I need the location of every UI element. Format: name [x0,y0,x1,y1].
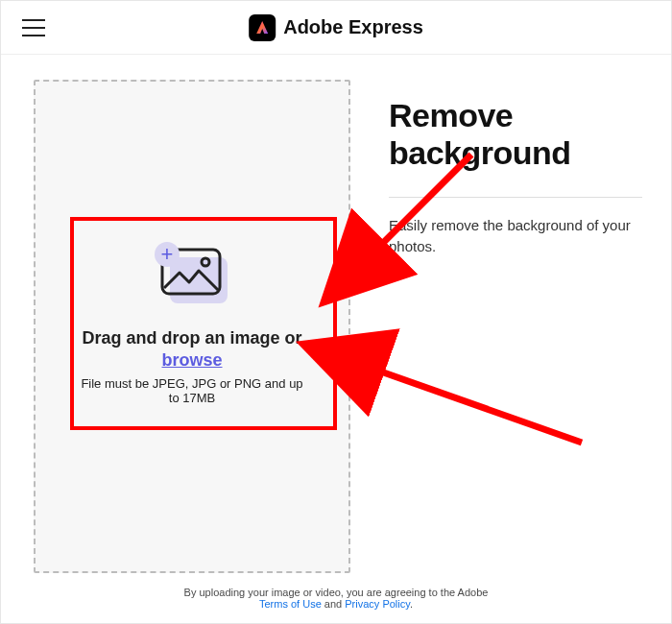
adobe-express-logo-icon [249,14,276,41]
info-panel: Remove background Easily remove the back… [389,80,642,573]
app-window: Adobe Express + Drag and drop an image o… [0,0,672,624]
plus-icon: + [155,242,180,267]
disclaimer-text: By uploading your image or video, you ar… [184,587,489,598]
hamburger-icon [22,19,45,21]
image-upload-icon: + [156,248,228,301]
page-title: Remove background [389,97,642,172]
brand: Adobe Express [249,14,423,41]
divider [389,197,642,198]
dropzone-title: Drag and drop an image or [82,328,301,348]
app-header: Adobe Express [1,1,671,55]
browse-link[interactable]: browse [161,350,222,371]
brand-text: Adobe Express [283,16,423,38]
dropzone-hint: File must be JPEG, JPG or PNG and up to … [77,376,307,405]
terms-of-use-link[interactable]: Terms of Use [259,598,322,610]
svg-point-1 [202,258,209,266]
page-subtitle: Easily remove the background of your pho… [389,215,642,257]
upload-dropzone[interactable]: + Drag and drop an image or browse File … [34,80,350,573]
privacy-policy-link[interactable]: Privacy Policy [345,598,410,610]
menu-button[interactable] [22,19,45,36]
main-content: + Drag and drop an image or browse File … [1,55,671,573]
upload-disclaimer: By uploading your image or video, you ar… [1,587,671,610]
